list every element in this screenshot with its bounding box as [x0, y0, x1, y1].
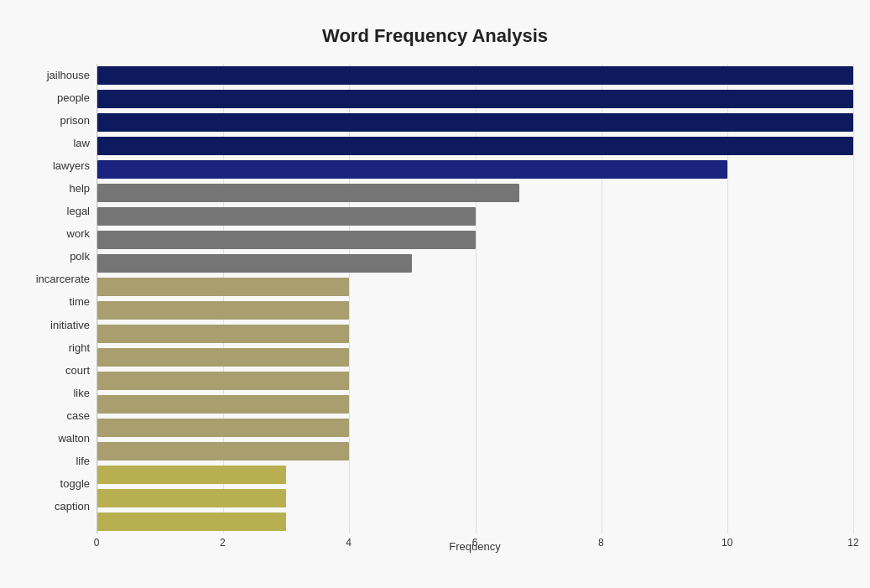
x-axis-wrapper: 024681012 Frequency [96, 533, 853, 553]
bar [97, 254, 412, 273]
y-label: initiative [50, 314, 90, 336]
bar [97, 231, 476, 249]
y-label: people [57, 86, 90, 109]
bar-row [97, 322, 853, 346]
y-label: legal [67, 200, 90, 222]
bar [97, 160, 727, 179]
x-tick: 6 [472, 537, 478, 549]
x-tick: 10 [722, 537, 732, 549]
bar [97, 90, 853, 108]
bar-row [97, 228, 853, 252]
bar [97, 513, 286, 531]
bars-wrapper [96, 64, 853, 533]
bar-row [97, 487, 853, 510]
bar [97, 278, 349, 296]
y-label: like [73, 382, 90, 404]
y-label: toggle [60, 472, 90, 495]
bar [97, 325, 349, 343]
x-tick: 12 [847, 537, 858, 549]
bar-row [97, 510, 853, 533]
y-label: time [69, 290, 90, 313]
bar-row [97, 134, 853, 158]
y-axis: jailhousepeopleprisonlawlawyershelplegal… [17, 64, 96, 518]
bar [97, 419, 349, 437]
bar [97, 207, 476, 226]
chart-area: jailhousepeopleprisonlawlawyershelplegal… [17, 64, 853, 518]
grid-line [853, 64, 854, 533]
x-tick: 0 [94, 537, 100, 549]
y-label: incarcerate [36, 268, 90, 290]
bar-row [97, 369, 853, 393]
chart-title: Word Frequency Analysis [17, 17, 853, 47]
bar-row [97, 111, 853, 134]
x-tick: 4 [346, 537, 352, 549]
bar-row [97, 346, 853, 369]
y-label: work [67, 222, 90, 245]
bar [97, 66, 853, 85]
bar [97, 395, 349, 414]
plot-area: 024681012 Frequency [96, 64, 853, 518]
bar-row [97, 87, 853, 111]
bar [97, 348, 349, 367]
bar-row [97, 299, 853, 322]
chart-container: Word Frequency Analysis jailhousepeoplep… [0, 0, 870, 588]
bar [97, 301, 349, 320]
y-label: case [67, 404, 90, 427]
bar [97, 466, 286, 484]
x-tick: 8 [598, 537, 604, 549]
bar-row [97, 440, 853, 463]
y-label: right [69, 336, 90, 359]
bar-row [97, 393, 853, 416]
y-label: walton [58, 427, 90, 450]
y-label: caption [55, 495, 90, 518]
bar-row [97, 181, 853, 205]
bar-row [97, 158, 853, 181]
y-label: lawyers [53, 154, 90, 177]
bar [97, 113, 853, 132]
bar [97, 442, 349, 461]
bar [97, 372, 349, 390]
bar-row [97, 64, 853, 87]
bar [97, 489, 286, 507]
bar [97, 184, 519, 202]
y-label: help [69, 177, 90, 200]
bar-row [97, 275, 853, 299]
x-tick: 2 [220, 537, 226, 549]
y-label: law [73, 132, 90, 154]
y-label: prison [60, 109, 90, 132]
y-label: life [76, 450, 90, 472]
bar [97, 137, 853, 155]
bar-row [97, 416, 853, 440]
y-label: court [65, 359, 90, 382]
y-label: polk [70, 245, 90, 268]
y-label: jailhouse [47, 64, 90, 86]
bar-row [97, 463, 853, 487]
bar-row [97, 205, 853, 228]
bar-row [97, 252, 853, 275]
